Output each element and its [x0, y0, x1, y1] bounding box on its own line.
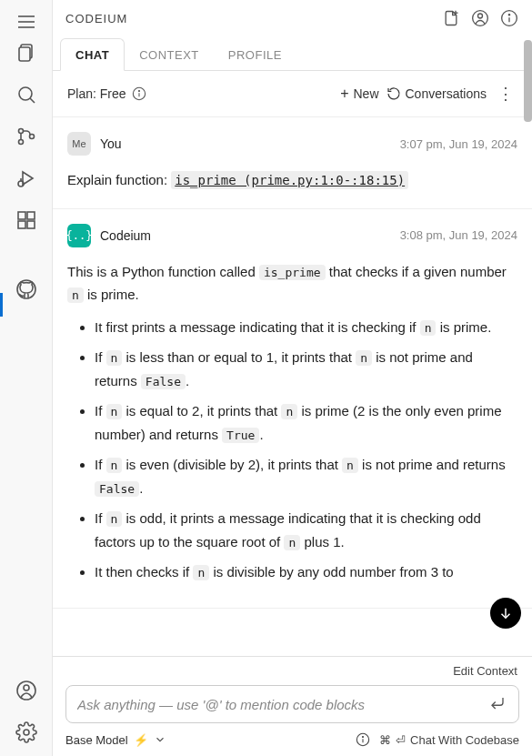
chat-input[interactable]	[77, 697, 480, 712]
svg-point-5	[19, 87, 32, 100]
footer-info-icon[interactable]	[356, 732, 370, 747]
avatar-user: Me	[67, 132, 91, 156]
main-panel: CODEIUM CHAT CONTEXT PROFILE Plan: Free	[53, 0, 532, 756]
list-item: If n is odd, it prints a message indicat…	[95, 507, 517, 553]
send-icon[interactable]	[489, 695, 507, 713]
tab-chat[interactable]: CHAT	[60, 38, 125, 71]
chat-with-codebase-label: Chat With Codebase	[410, 733, 519, 747]
info-small-icon[interactable]	[132, 86, 146, 101]
scrollbar[interactable]	[524, 40, 532, 122]
svg-rect-16	[27, 212, 35, 219]
search-icon[interactable]	[14, 82, 39, 107]
conversations-button[interactable]: Conversations	[386, 86, 487, 101]
message-body-user: Explain function: is_prime (prime.py:1:0…	[67, 168, 517, 192]
user-text: Explain function:	[67, 172, 171, 187]
inline-code: n	[67, 287, 84, 303]
list-item: If n is even (divisible by 2), it prints…	[95, 453, 517, 499]
svg-point-7	[18, 129, 23, 134]
more-menu-icon[interactable]: ⋮	[494, 84, 517, 104]
author-user: You	[100, 136, 122, 151]
activity-bar-accent	[0, 293, 3, 317]
svg-rect-13	[18, 212, 25, 219]
source-control-icon[interactable]	[14, 124, 39, 149]
explanation-list: It first prints a message indicating tha…	[67, 316, 517, 584]
extensions-icon[interactable]	[14, 207, 39, 233]
svg-point-19	[24, 685, 29, 690]
settings-gear-icon[interactable]	[14, 720, 39, 745]
panel-header: CODEIUM	[53, 0, 532, 36]
account-icon[interactable]	[14, 678, 39, 703]
model-selector[interactable]: Base Model ⚡	[65, 733, 166, 747]
message-body-assistant: This is a Python function called is_prim…	[67, 260, 517, 584]
new-chat-button[interactable]: + New	[340, 86, 378, 102]
chat-footer: Edit Context Base Model ⚡ ⌘	[53, 656, 532, 756]
explorer-icon[interactable]	[14, 40, 39, 66]
inline-code: is_prime	[259, 265, 326, 280]
cmd-key-icon: ⌘	[379, 733, 391, 747]
new-file-icon[interactable]	[441, 8, 461, 28]
model-label: Base Model	[65, 733, 128, 747]
svg-point-8	[18, 140, 23, 145]
scroll-to-bottom-button[interactable]	[490, 598, 521, 629]
run-debug-icon[interactable]	[14, 166, 39, 191]
conversations-label: Conversations	[406, 86, 487, 101]
list-item: It first prints a message indicating tha…	[95, 316, 517, 339]
svg-marker-10	[23, 172, 33, 185]
menu-icon[interactable]	[14, 9, 39, 35]
edit-context-link[interactable]: Edit Context	[65, 662, 519, 685]
tab-profile[interactable]: PROFILE	[214, 39, 296, 70]
message-user: Me You 3:07 pm, Jun 19, 2024 Explain fun…	[53, 117, 532, 209]
github-icon[interactable]	[14, 277, 39, 302]
list-item: It then checks if n is divisible by any …	[95, 560, 517, 584]
svg-point-27	[508, 15, 509, 15]
user-icon[interactable]	[470, 8, 490, 28]
svg-rect-15	[27, 221, 35, 228]
svg-point-20	[24, 730, 29, 735]
svg-point-30	[138, 90, 139, 91]
svg-point-34	[363, 736, 364, 737]
new-chat-label: New	[353, 86, 378, 101]
list-item: If n is equal to 2, it prints that n is …	[95, 399, 517, 446]
avatar-codeium: {..}	[67, 224, 91, 247]
info-icon[interactable]	[499, 8, 519, 28]
tab-bar: CHAT CONTEXT PROFILE	[53, 36, 532, 71]
chat-with-codebase-button[interactable]: ⌘ ⏎ Chat With Codebase	[379, 733, 519, 747]
svg-rect-4	[19, 47, 30, 61]
svg-rect-14	[18, 221, 25, 228]
activity-bar	[0, 0, 53, 756]
plan-label: Plan: Free	[67, 86, 126, 101]
enter-key-icon: ⏎	[396, 733, 406, 747]
timestamp-user: 3:07 pm, Jun 19, 2024	[400, 137, 517, 151]
chevron-down-icon	[154, 733, 166, 746]
chat-input-row	[65, 685, 519, 723]
svg-point-9	[29, 135, 34, 139]
chat-toolbar: Plan: Free + New Conversations ⋮	[53, 71, 532, 117]
message-assistant: {..} Codeium 3:08 pm, Jun 19, 2024 This …	[53, 209, 532, 609]
author-codeium: Codeium	[100, 228, 151, 243]
tab-context[interactable]: CONTEXT	[125, 39, 214, 70]
code-reference-link[interactable]: is_prime (prime.py:1:0-:18:15)	[171, 171, 408, 189]
chat-scroll[interactable]: Me You 3:07 pm, Jun 19, 2024 Explain fun…	[53, 117, 532, 656]
bolt-icon: ⚡	[134, 733, 148, 747]
panel-title: CODEIUM	[65, 12, 127, 25]
svg-line-6	[30, 98, 35, 103]
svg-point-24	[478, 14, 483, 18]
timestamp-codeium: 3:08 pm, Jun 19, 2024	[400, 228, 517, 242]
list-item: If n is less than or equal to 1, it prin…	[95, 346, 517, 392]
